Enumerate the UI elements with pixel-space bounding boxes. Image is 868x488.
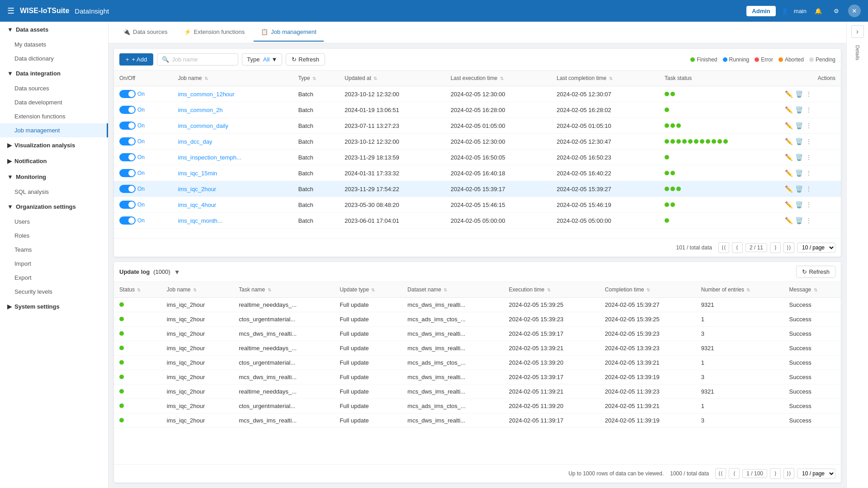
job-search-box[interactable]: 🔍 Job name bbox=[157, 53, 238, 66]
table-row[interactable]: Onims_common_2hBatch2024-01-19 13:06:512… bbox=[114, 102, 841, 118]
col-message[interactable]: Message ⇅ bbox=[784, 282, 841, 298]
jobs-table-container[interactable]: On/Off Job name ⇅ Type ⇅ Updated at ⇅ La… bbox=[114, 70, 841, 238]
sidebar-section-system-settings[interactable]: ▶ System settings bbox=[0, 299, 108, 314]
table-row[interactable]: Onims_iqc_15minBatch2024-01-31 17:33:322… bbox=[114, 165, 841, 181]
log-row[interactable]: ims_iqc_2hourctos_urgentmaterial...Full … bbox=[114, 399, 841, 413]
tab-job-management[interactable]: 📋 Job management bbox=[254, 23, 323, 42]
sidebar-item-export[interactable]: Export bbox=[0, 271, 108, 285]
col-last-complete[interactable]: Last completion time ⇅ bbox=[551, 70, 659, 86]
sidebar-item-job-management[interactable]: Job management bbox=[0, 123, 108, 137]
more-icon[interactable]: ⋮ bbox=[806, 201, 812, 208]
job-toggle[interactable] bbox=[119, 137, 136, 145]
filter-icon[interactable]: ▼ bbox=[174, 268, 180, 276]
sidebar-item-roles[interactable]: Roles bbox=[0, 229, 108, 243]
col-update-type[interactable]: Update type ⇅ bbox=[334, 282, 402, 298]
log-row[interactable]: ims_iqc_2hourctos_urgentmaterial...Full … bbox=[114, 312, 841, 327]
log-per-page-select[interactable]: 10 / page 20 / page bbox=[797, 469, 835, 479]
sidebar-section-data-assets[interactable]: ▼ Data assets bbox=[0, 22, 108, 38]
log-first-page-btn[interactable]: ⟨⟨ bbox=[715, 468, 726, 479]
sidebar-item-data-development[interactable]: Data development bbox=[0, 95, 108, 109]
log-row[interactable]: ims_iqc_2hourmcs_dws_ims_realti...Full u… bbox=[114, 370, 841, 385]
sidebar-item-users[interactable]: Users bbox=[0, 215, 108, 229]
col-task-name[interactable]: Task name ⇅ bbox=[233, 282, 334, 298]
log-row[interactable]: ims_iqc_2hourrealtime_needdays_...Full u… bbox=[114, 298, 841, 312]
sidebar-section-visualization-analysis[interactable]: ▶ Visualization analysis bbox=[0, 137, 108, 153]
update-log-refresh-button[interactable]: ↻ Refresh bbox=[796, 266, 835, 278]
delete-icon[interactable]: 🗑️ bbox=[795, 138, 803, 145]
delete-icon[interactable]: 🗑️ bbox=[795, 185, 803, 192]
sidebar-item-teams[interactable]: Teams bbox=[0, 243, 108, 257]
edit-icon[interactable]: ✏️ bbox=[785, 106, 793, 113]
delete-icon[interactable]: 🗑️ bbox=[795, 201, 803, 208]
prev-page-btn[interactable]: ⟨ bbox=[732, 242, 743, 253]
tab-data-sources[interactable]: 🔌 Data sources bbox=[116, 23, 175, 42]
hamburger-icon[interactable]: ☰ bbox=[7, 6, 14, 16]
job-toggle[interactable] bbox=[119, 185, 136, 193]
col-entries[interactable]: Number of entries ⇅ bbox=[696, 282, 784, 298]
add-button[interactable]: + + Add bbox=[119, 53, 153, 66]
col-status[interactable]: Status ⇅ bbox=[114, 282, 161, 298]
edit-icon[interactable]: ✏️ bbox=[785, 138, 793, 145]
table-row[interactable]: Onims_inspection_temph...Batch2023-11-29… bbox=[114, 150, 841, 165]
log-row[interactable]: ims_iqc_2hourrealtime_needdays_...Full u… bbox=[114, 385, 841, 399]
col-exec-time[interactable]: Execution time ⇅ bbox=[503, 282, 599, 298]
job-toggle[interactable] bbox=[119, 122, 136, 130]
table-row[interactable]: Onims_common_dailyBatch2023-07-11 13:27:… bbox=[114, 118, 841, 134]
job-toggle[interactable] bbox=[119, 106, 136, 114]
type-filter[interactable]: Type All ▼ bbox=[242, 53, 282, 66]
log-row[interactable]: ims_iqc_2hourmcs_dws_ims_realti...Full u… bbox=[114, 413, 841, 428]
sidebar-item-data-dictionary[interactable]: Data dictionary bbox=[0, 52, 108, 66]
per-page-select[interactable]: 10 / page 20 / page 50 / page bbox=[797, 243, 835, 253]
more-icon[interactable]: ⋮ bbox=[806, 138, 812, 145]
sidebar-section-data-integration[interactable]: ▼ Data integration bbox=[0, 66, 108, 81]
edit-icon[interactable]: ✏️ bbox=[785, 154, 793, 161]
sidebar-item-my-datasets[interactable]: My datasets bbox=[0, 38, 108, 52]
col-type[interactable]: Type ⇅ bbox=[293, 70, 340, 86]
edit-icon[interactable]: ✏️ bbox=[785, 90, 793, 98]
more-icon[interactable]: ⋮ bbox=[806, 169, 812, 177]
table-row[interactable]: Onims_iqc_2hourBatch2023-11-29 17:54:222… bbox=[114, 181, 841, 197]
job-toggle[interactable] bbox=[119, 153, 136, 161]
delete-icon[interactable]: 🗑️ bbox=[795, 169, 803, 177]
sidebar-item-sql-analysis[interactable]: SQL analysis bbox=[0, 185, 108, 199]
edit-icon[interactable]: ✏️ bbox=[785, 169, 793, 177]
sidebar-item-data-sources[interactable]: Data sources bbox=[0, 81, 108, 95]
delete-icon[interactable]: 🗑️ bbox=[795, 122, 803, 129]
close-icon[interactable]: ✕ bbox=[848, 5, 861, 17]
settings-icon[interactable]: ⚙ bbox=[830, 5, 843, 17]
job-toggle[interactable] bbox=[119, 90, 136, 98]
log-row[interactable]: ims_iqc_2hourrealtime_needdays_...Full u… bbox=[114, 341, 841, 356]
sidebar-item-extension-functions[interactable]: Extension functions bbox=[0, 109, 108, 123]
log-prev-page-btn[interactable]: ⟨ bbox=[729, 468, 740, 479]
col-dataset-name[interactable]: Dataset name ⇅ bbox=[402, 282, 503, 298]
edit-icon[interactable]: ✏️ bbox=[785, 217, 793, 224]
more-icon[interactable]: ⋮ bbox=[806, 90, 812, 98]
table-row[interactable]: Onims_iqc_month...Batch2023-06-01 17:04:… bbox=[114, 213, 841, 229]
col-completion-time[interactable]: Completion time ⇅ bbox=[599, 282, 696, 298]
col-last-exec[interactable]: Last execution time ⇅ bbox=[445, 70, 551, 86]
update-log-table-container[interactable]: Status ⇅ Job name ⇅ Task name ⇅ Update t… bbox=[114, 282, 841, 464]
col-job-name[interactable]: Job name ⇅ bbox=[173, 70, 293, 86]
log-last-page-btn[interactable]: ⟩⟩ bbox=[783, 468, 794, 479]
refresh-button[interactable]: ↻ Refresh bbox=[286, 53, 325, 66]
log-row[interactable]: ims_iqc_2hourctos_urgentmaterial...Full … bbox=[114, 356, 841, 370]
sidebar-item-import[interactable]: Import bbox=[0, 257, 108, 271]
delete-icon[interactable]: 🗑️ bbox=[795, 90, 803, 98]
admin-badge[interactable]: Admin bbox=[746, 6, 775, 16]
sidebar-section-monitoring[interactable]: ▼ Monitoring bbox=[0, 169, 108, 185]
edit-icon[interactable]: ✏️ bbox=[785, 122, 793, 129]
more-icon[interactable]: ⋮ bbox=[806, 106, 812, 113]
col-job-name-log[interactable]: Job name ⇅ bbox=[161, 282, 233, 298]
delete-icon[interactable]: 🗑️ bbox=[795, 217, 803, 224]
first-page-btn[interactable]: ⟨⟨ bbox=[718, 242, 729, 253]
bell-icon[interactable]: 🔔 bbox=[812, 5, 825, 17]
last-page-btn[interactable]: ⟩⟩ bbox=[783, 242, 794, 253]
more-icon[interactable]: ⋮ bbox=[806, 154, 812, 161]
col-updated-at[interactable]: Updated at ⇅ bbox=[339, 70, 445, 86]
edit-icon[interactable]: ✏️ bbox=[785, 185, 793, 192]
job-toggle[interactable] bbox=[119, 216, 136, 225]
sidebar-section-notification[interactable]: ▶ Notification bbox=[0, 153, 108, 169]
log-row[interactable]: ims_iqc_2hourmcs_dws_ims_realti...Full u… bbox=[114, 327, 841, 341]
delete-icon[interactable]: 🗑️ bbox=[795, 154, 803, 161]
more-icon[interactable]: ⋮ bbox=[806, 122, 812, 129]
